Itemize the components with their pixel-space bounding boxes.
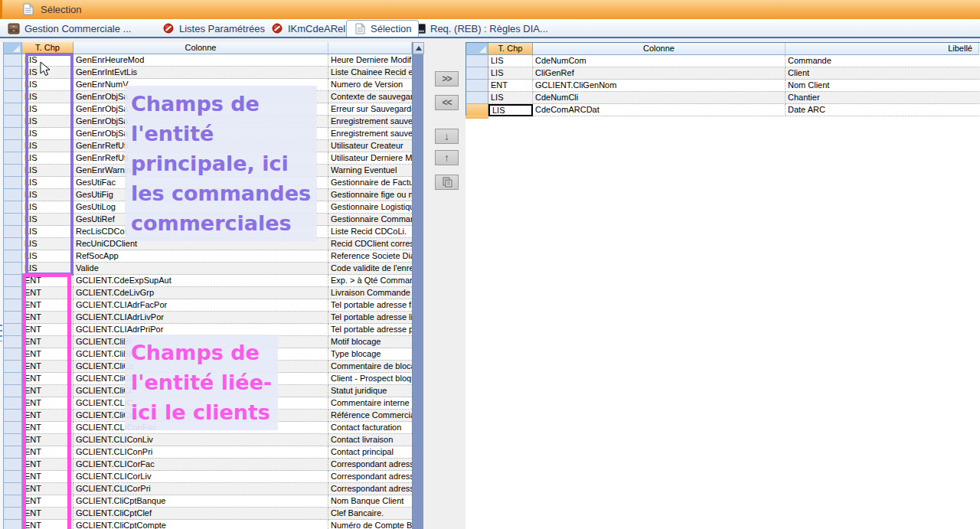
row-selector[interactable] (4, 324, 22, 336)
cell-colonne[interactable]: GenEnrObjSa (74, 91, 328, 103)
row-selector[interactable] (466, 80, 488, 92)
cell-libelle[interactable]: Exp. > à Qté Commandé (328, 275, 412, 287)
table-row[interactable]: ENTGCLIENT.CLICCommentaire interne (4, 397, 412, 410)
cell-tchp[interactable]: ENT (22, 508, 74, 520)
table-row[interactable]: ENTGCLIENT.CliGenNomNom Client (466, 80, 980, 92)
cell-colonne[interactable]: GenEnrRefUti (74, 152, 328, 165)
cell-tchp[interactable]: LIS (22, 165, 74, 177)
cell-tchp[interactable]: LIS (22, 177, 74, 189)
cell-colonne[interactable]: CdeNumCom (533, 55, 786, 67)
row-selector[interactable] (4, 520, 22, 529)
row-selector[interactable] (4, 495, 22, 508)
table-row[interactable]: ENTGCLIENT.CLIConFacContact facturation (4, 422, 412, 434)
row-selector[interactable] (4, 91, 22, 103)
cell-colonne[interactable]: GCLIENT.CliCc (74, 410, 328, 422)
row-selector[interactable] (4, 361, 22, 373)
row-selector[interactable] (4, 410, 22, 422)
scroll-up-button[interactable] (413, 42, 424, 54)
cell-tchp[interactable]: ENT (22, 299, 74, 312)
cell-tchp[interactable]: LIS (488, 104, 533, 116)
cell-libelle[interactable]: Reference Societe Diap (328, 250, 412, 263)
row-selector[interactable] (4, 201, 22, 214)
cell-tchp[interactable]: LIS (22, 263, 74, 275)
select-all-corner[interactable] (466, 43, 488, 55)
cell-colonne[interactable]: GenEnrObjSa (74, 116, 328, 128)
cell-colonne[interactable]: GCLIENT.CdeLivGrp (74, 287, 328, 299)
cell-tchp[interactable]: ENT (22, 275, 74, 287)
column-header-tchp[interactable]: T. Chp (22, 42, 74, 54)
cell-tchp[interactable]: LIS (22, 54, 74, 67)
cell-tchp[interactable]: ENT (22, 385, 74, 397)
cell-libelle[interactable]: Correspondant adresse f (328, 459, 412, 471)
remove-all-button[interactable]: << (435, 95, 459, 110)
row-selector[interactable] (4, 116, 22, 128)
row-selector[interactable] (466, 67, 488, 80)
table-row[interactable]: LISCdeNumCliChantier (466, 92, 980, 104)
cell-libelle[interactable]: Liste Chainee Recid evt (328, 67, 412, 79)
cell-colonne[interactable]: GCLIENT.CliCl (74, 385, 328, 397)
cell-colonne[interactable]: GenEnrRefUti (74, 140, 328, 152)
table-row[interactable]: LISCdeNumComCommande (466, 55, 980, 67)
tab-gestion-commerciale-[interactable]: Gestion Commerciale ... (8, 21, 131, 36)
row-selector[interactable] (4, 152, 22, 165)
row-selector[interactable] (4, 128, 22, 140)
table-row[interactable]: LISGesUtiFacGestionnaire de Factura (4, 177, 412, 189)
cell-tchp[interactable]: ENT (22, 410, 74, 422)
cell-colonne[interactable]: CdeNumCli (533, 92, 786, 104)
cell-tchp[interactable]: LIS (22, 103, 74, 116)
cell-libelle[interactable]: Gestionnaire fige ou nor (328, 189, 412, 201)
row-selector[interactable] (4, 446, 22, 459)
row-selector[interactable] (4, 385, 22, 397)
cell-tchp[interactable]: ENT (22, 348, 74, 361)
cell-tchp[interactable]: LIS (22, 238, 74, 250)
table-row[interactable]: ENTGCLIENT.CLIConPriContact principal (4, 446, 412, 459)
cell-colonne[interactable]: GenEnrNumV (74, 79, 328, 91)
cell-tchp[interactable]: ENT (22, 483, 74, 495)
row-selector[interactable] (4, 397, 22, 410)
cell-tchp[interactable]: LIS (22, 226, 74, 238)
table-row[interactable]: LISGenEnrObjSaEnregistrement sauvega (4, 116, 412, 128)
cell-libelle[interactable]: Commentaire de blocage (328, 361, 412, 373)
cell-colonne[interactable]: GesUtiFac (74, 177, 328, 189)
row-selector[interactable] (4, 226, 22, 238)
row-selector[interactable] (4, 471, 22, 483)
table-row[interactable]: ENTGCLIENT.CliBlMotif blocage (4, 336, 412, 348)
cell-libelle[interactable]: Utilisateur Createur (328, 140, 412, 152)
cell-colonne[interactable]: GenEnrObjSa (74, 103, 328, 116)
cell-tchp[interactable]: LIS (22, 152, 74, 165)
table-row[interactable]: ENTGCLIENT.CLIConLivContact livraison (4, 434, 412, 446)
table-row[interactable]: ENTGCLIENT.CLICorLivCorrespondant adress… (4, 471, 412, 483)
window-titlebar[interactable]: Sélection (0, 0, 980, 19)
table-row[interactable]: LISGesUtiFigGestionnaire fige ou nor (4, 189, 412, 201)
cell-colonne[interactable]: GCLIENT.CLIConFac (74, 422, 328, 434)
cell-libelle[interactable]: Gestionnaire de Factura (328, 177, 412, 189)
cell-libelle[interactable]: Commentaire interne (328, 397, 412, 410)
cell-colonne[interactable]: GCLIENT.CliBl (74, 348, 328, 361)
cell-tchp[interactable]: LIS (488, 67, 533, 80)
row-selector[interactable] (4, 373, 22, 385)
row-selector[interactable] (4, 189, 22, 201)
cell-libelle[interactable]: Numero de Version (328, 79, 412, 91)
table-row[interactable]: LISGesUtiRefGestionnaire Commande (4, 214, 412, 226)
cell-libelle[interactable]: Enregistrement sauvega (328, 116, 412, 128)
table-row[interactable]: LISRecUniCDClientRecid CDClient correspo (4, 238, 412, 250)
cell-colonne[interactable]: GCLIENT.CliCptClef (74, 508, 328, 520)
table-row[interactable]: ENTGCLIENT.CdeLivGrpLivraison Commande G… (4, 287, 412, 299)
cell-colonne[interactable]: GCLIENT.CLIAdrLivPor (74, 312, 328, 324)
cell-colonne[interactable]: RecUniCDClient (74, 238, 328, 250)
cell-libelle[interactable]: Nom Client (786, 80, 979, 92)
cell-libelle[interactable]: Référence Commercial (328, 410, 412, 422)
row-selector[interactable] (4, 508, 22, 520)
table-row[interactable]: LISGenEnrObjSaEnregistrement sauvega (4, 128, 412, 140)
row-selector[interactable] (4, 103, 22, 116)
cell-colonne[interactable]: GCLIENT.CliGenNom (533, 80, 786, 92)
column-header-libelle[interactable]: Libellé (786, 43, 979, 55)
cell-tchp[interactable]: LIS (22, 214, 74, 226)
table-row[interactable]: ENTGCLIENT.CliBlType blocage (4, 348, 412, 361)
cell-libelle[interactable]: Erreur sur Sauvegarde c (328, 103, 412, 116)
row-selector[interactable] (4, 336, 22, 348)
row-selector[interactable] (466, 92, 488, 104)
row-selector[interactable] (4, 250, 22, 263)
cell-tchp[interactable]: LIS (22, 128, 74, 140)
table-row[interactable]: ENTGCLIENT.CLICorPriCorrespondant adress… (4, 483, 412, 495)
